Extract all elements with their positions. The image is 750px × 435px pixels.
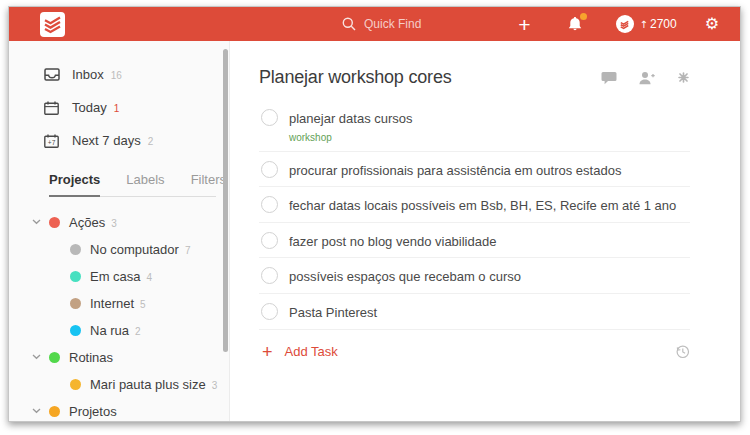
sidebar-nav: Inbox16Today1+7Next 7 days2: [9, 41, 229, 157]
project-color-dot: [70, 271, 81, 282]
task-row[interactable]: Pasta Pinterest: [259, 294, 690, 330]
search-input[interactable]: [364, 17, 514, 31]
project-item[interactable]: Ações3: [9, 209, 229, 236]
project-color-dot: [70, 244, 81, 255]
task-checkbox[interactable]: [261, 161, 278, 178]
task-body: Pasta Pinterest: [289, 303, 377, 321]
project-name: Na rua: [90, 323, 129, 338]
project-name: Em casa: [90, 269, 141, 284]
sidebar-item-today[interactable]: Today1: [9, 91, 229, 124]
project-color-dot: [70, 298, 81, 309]
task-text: possíveis espaços que recebam o curso: [289, 267, 521, 285]
project-color-dot: [49, 217, 60, 228]
project-item[interactable]: No computador7: [9, 236, 229, 263]
task-text: planejar datas cursos: [289, 109, 413, 127]
svg-text:+7: +7: [48, 139, 56, 146]
task-history-icon[interactable]: [675, 344, 690, 359]
project-count: 7: [185, 243, 191, 256]
task-row[interactable]: planejar datas cursosworkshop: [259, 100, 690, 152]
page-title: Planejar workshop cores: [259, 67, 452, 88]
account-karma[interactable]: ↑ 2700: [616, 15, 677, 33]
project-name: Internet: [90, 296, 134, 311]
karma-up-arrow-icon: ↑: [640, 19, 648, 30]
topbar-actions: +: [518, 14, 719, 35]
nav-label: Next 7 days: [72, 133, 141, 148]
nav-count: 16: [111, 68, 122, 81]
task-body: planejar datas cursosworkshop: [289, 109, 413, 143]
notification-badge: [580, 13, 587, 20]
task-checkbox[interactable]: [261, 303, 278, 320]
add-task-quick-icon[interactable]: +: [518, 14, 530, 35]
task-row[interactable]: possíveis espaços que recebam o curso: [259, 258, 690, 294]
task-label-tag[interactable]: workshop: [289, 132, 413, 143]
app-window: +: [8, 6, 741, 422]
project-item[interactable]: Projetos: [9, 398, 229, 425]
project-item[interactable]: Na rua2: [9, 317, 229, 344]
project-color-dot: [70, 379, 81, 390]
task-text: fechar datas locais possíveis em Bsb, BH…: [289, 196, 676, 214]
sidebar-tabs: ProjectsLabelsFilters: [49, 172, 216, 197]
project-color-dot: [49, 406, 60, 417]
task-checkbox[interactable]: [261, 109, 278, 126]
project-item[interactable]: Em casa4: [9, 263, 229, 290]
project-name: Ações: [69, 215, 105, 230]
project-item[interactable]: Mari pauta plus size3: [9, 371, 229, 398]
chevron-down-icon[interactable]: [32, 354, 41, 360]
task-body: fechar datas locais possíveis em Bsb, BH…: [289, 196, 676, 214]
project-name: Rotinas: [69, 350, 113, 365]
gear-icon[interactable]: ⚙: [705, 16, 719, 32]
task-row[interactable]: procurar profissionais para assistência …: [259, 152, 690, 188]
nav-label: Today: [72, 100, 107, 115]
notifications-bell-icon[interactable]: [567, 16, 583, 32]
add-collaborator-icon[interactable]: [638, 71, 656, 85]
magnifier-icon: [342, 17, 356, 31]
project-item[interactable]: Rotinas: [9, 344, 229, 371]
task-checkbox[interactable]: [261, 267, 278, 284]
project-item[interactable]: Internet5: [9, 290, 229, 317]
nav-label: Inbox: [72, 67, 104, 82]
inbox-icon: [43, 68, 60, 81]
task-checkbox[interactable]: [261, 196, 278, 213]
sidebar: Inbox16Today1+7Next 7 days2 ProjectsLabe…: [9, 41, 230, 421]
nav-count: 1: [114, 101, 120, 114]
chevron-down-icon[interactable]: [32, 219, 41, 225]
task-body: fazer post no blog vendo viabilidade: [289, 232, 496, 250]
todoist-logo-icon[interactable]: [40, 12, 65, 37]
tab-filters[interactable]: Filters: [191, 172, 226, 196]
tab-projects[interactable]: Projects: [49, 172, 100, 197]
task-text: fazer post no blog vendo viabilidade: [289, 232, 496, 250]
chevron-down-icon[interactable]: [32, 408, 41, 414]
project-count: 3: [111, 216, 117, 229]
quick-find-search[interactable]: [342, 7, 514, 41]
add-task-button[interactable]: Add Task: [285, 344, 338, 359]
project-count: 4: [147, 270, 153, 283]
project-actions-icon[interactable]: [677, 71, 690, 84]
karma-score: ↑ 2700: [640, 17, 677, 31]
project-color-dot: [49, 352, 60, 363]
project-header: Planejar workshop cores: [259, 67, 690, 88]
sidebar-item-inbox[interactable]: Inbox16: [9, 58, 229, 91]
add-task-row: + Add Task: [259, 330, 690, 361]
nav-count: 2: [148, 134, 154, 147]
main-content: Planejar workshop cores: [231, 41, 740, 421]
task-list: planejar datas cursosworkshopprocurar pr…: [259, 100, 690, 330]
sidebar-scrollbar[interactable]: [223, 49, 228, 352]
comments-icon[interactable]: [601, 71, 617, 85]
task-row[interactable]: fazer post no blog vendo viabilidade: [259, 223, 690, 259]
tab-labels[interactable]: Labels: [126, 172, 164, 196]
task-row[interactable]: fechar datas locais possíveis em Bsb, BH…: [259, 187, 690, 223]
calendar-next7-icon: +7: [43, 134, 60, 148]
avatar: [616, 15, 634, 33]
project-name: No computador: [90, 242, 179, 257]
add-task-plus-icon[interactable]: +: [262, 343, 273, 361]
task-checkbox[interactable]: [261, 232, 278, 249]
calendar-today-icon: [43, 101, 60, 115]
project-name: Projetos: [69, 404, 117, 419]
karma-value: 2700: [650, 17, 677, 31]
top-bar: +: [9, 7, 740, 41]
project-header-actions: [601, 71, 690, 85]
task-body: possíveis espaços que recebam o curso: [289, 267, 521, 285]
project-count: 3: [212, 378, 218, 391]
sidebar-item-next-7-days[interactable]: +7Next 7 days2: [9, 124, 229, 157]
project-name: Mari pauta plus size: [90, 377, 206, 392]
